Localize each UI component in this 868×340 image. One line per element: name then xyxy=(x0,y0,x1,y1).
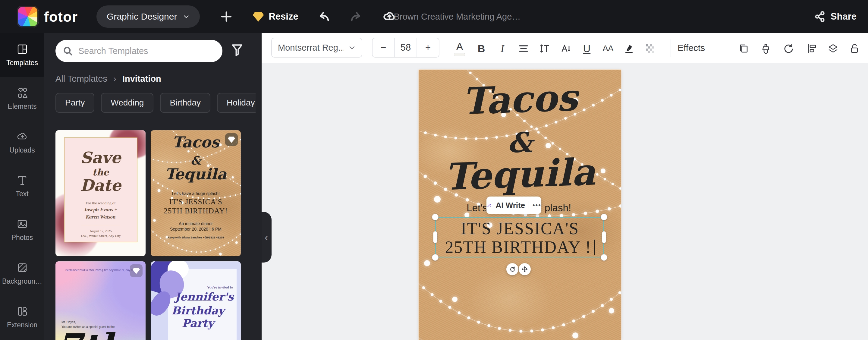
templates-icon xyxy=(16,43,28,55)
resize-handle-e[interactable] xyxy=(602,231,606,243)
transparency-button[interactable] xyxy=(642,40,658,57)
resize-handle-ne[interactable] xyxy=(601,214,607,220)
poster-title-tacos[interactable]: Tacos xyxy=(418,73,621,126)
highlight-button[interactable] xyxy=(621,40,638,57)
background-icon xyxy=(16,261,28,274)
layers-icon xyxy=(827,42,839,55)
rotate-handle-button[interactable] xyxy=(506,263,518,275)
position-button[interactable] xyxy=(804,40,820,57)
duplicate-button[interactable] xyxy=(735,40,752,57)
ai-write-label[interactable]: AI Write xyxy=(495,201,525,210)
search-input[interactable] xyxy=(79,46,215,56)
document-title[interactable]: Brown Creative Marketing Age… xyxy=(394,12,521,22)
font-size-increase[interactable]: + xyxy=(417,38,439,57)
sidebar-item-text[interactable]: Text xyxy=(0,164,44,208)
ai-write-toolbar[interactable]: AI Write ••• xyxy=(487,196,541,214)
design-canvas-poster[interactable]: Tacos & Tequila Let's plash! AI Write ••… xyxy=(418,70,621,340)
thumb-text: You're invited to xyxy=(207,285,233,290)
resize-handle-se[interactable] xyxy=(601,254,607,261)
thumb-text: Birthday Party xyxy=(158,304,238,330)
category-chips: Party Wedding Birthday Holiday › xyxy=(56,93,255,113)
rotate-icon xyxy=(509,266,516,273)
more-options-button[interactable]: ••• xyxy=(532,202,541,209)
thumb-text: Tequila xyxy=(151,165,241,183)
sidebar-item-extension[interactable]: Extension xyxy=(0,296,44,339)
chip-party[interactable]: Party xyxy=(56,93,94,113)
poster-title-tequila[interactable]: Tequila xyxy=(418,147,621,202)
poster-tagline-right[interactable]: plash! xyxy=(545,202,571,214)
sidebar-item-templates[interactable]: Templates xyxy=(0,33,44,77)
breadcrumb-chevron-icon: › xyxy=(113,73,116,84)
underline-button[interactable]: U xyxy=(578,40,595,57)
font-color-swatch xyxy=(454,53,465,56)
text-align-button[interactable] xyxy=(515,40,532,57)
toolbar-divider xyxy=(671,39,671,57)
chip-birthday[interactable]: Birthday xyxy=(160,93,210,113)
sidebar-item-background[interactable]: Backgroun… xyxy=(0,252,44,296)
tool-switcher-label: Graphic Designer xyxy=(107,11,177,22)
top-bar: fotor Graphic Designer Resize Brown Crea… xyxy=(0,0,868,33)
poster-headline-line2[interactable]: 25TH BIRTHDAY ! xyxy=(418,238,621,257)
font-color-button[interactable]: A xyxy=(451,40,468,57)
template-thumb-save-the-date[interactable]: Save the Date For the wedding of Joseph … xyxy=(56,130,146,256)
breadcrumb-all-templates[interactable]: All Templates xyxy=(56,74,107,84)
left-sidebar: Templates Elements Uploads Text Photos B… xyxy=(0,33,44,340)
font-family-select[interactable]: Montserrat Reg... xyxy=(271,38,362,58)
effects-button[interactable]: Effects xyxy=(678,33,705,63)
canvas-area[interactable]: Tacos & Tequila Let's plash! AI Write ••… xyxy=(261,63,868,340)
poster-tagline-left[interactable]: Let's xyxy=(457,202,487,214)
breadcrumb-invitation: Invitation xyxy=(122,74,161,84)
resize-button[interactable]: Resize xyxy=(252,10,298,23)
upload-cloud-icon xyxy=(16,130,28,143)
redo-button[interactable] xyxy=(348,10,362,23)
bold-button[interactable]: B xyxy=(473,40,490,57)
template-thumb-tacos-tequila[interactable]: Tacos & Tequila Let's have a huge splash… xyxy=(151,130,241,256)
gem-icon xyxy=(132,267,140,275)
chevron-down-icon xyxy=(183,13,190,20)
resize-handle-w[interactable] xyxy=(433,231,437,243)
text-case-button[interactable]: AA xyxy=(599,40,616,57)
text-toolbar: Montserrat Reg... − 58 + A B I U AA xyxy=(261,33,868,63)
move-handle-button[interactable] xyxy=(519,263,531,275)
chip-holiday[interactable]: Holiday xyxy=(217,93,255,113)
thumb-text: For the wedding of xyxy=(64,201,137,206)
thumb-text: Rsvp with Diana Sanchez +(90) 823 48234 xyxy=(151,236,241,239)
rotate-button[interactable] xyxy=(780,40,797,57)
tool-switcher[interactable]: Graphic Designer xyxy=(96,5,200,28)
sidebar-item-uploads[interactable]: Uploads xyxy=(0,121,44,164)
template-thumb-gradient-birthday[interactable]: September 23rd to 25th, 2025 | 123 Anywh… xyxy=(56,261,146,340)
letter-spacing-icon xyxy=(560,42,572,55)
filter-button[interactable] xyxy=(231,43,244,59)
resize-handle-nw[interactable] xyxy=(432,214,438,220)
share-button[interactable]: Share xyxy=(814,11,857,22)
sidebar-item-photos[interactable]: Photos xyxy=(0,208,44,252)
search-box[interactable] xyxy=(56,40,222,62)
app-window: fotor Graphic Designer Resize Brown Crea… xyxy=(0,0,868,340)
undo-button[interactable] xyxy=(318,10,332,23)
font-size-value[interactable]: 58 xyxy=(394,38,417,57)
template-thumb-jennifers-party[interactable]: You're invited to Jennifer's Birthday Pa… xyxy=(151,261,241,340)
font-size-decrease[interactable]: − xyxy=(373,38,394,57)
elements-icon xyxy=(16,87,28,99)
poster-headline-line1[interactable]: IT'S JESSICA'S xyxy=(418,219,621,238)
letter-spacing-button[interactable] xyxy=(557,40,574,57)
resize-handle-sw[interactable] xyxy=(432,254,438,261)
resize-label: Resize xyxy=(269,11,298,22)
chip-wedding[interactable]: Wedding xyxy=(101,93,153,113)
line-spacing-icon xyxy=(538,42,551,55)
lock-button[interactable] xyxy=(846,40,863,57)
sidebar-item-elements[interactable]: Elements xyxy=(0,77,44,121)
text-icon xyxy=(16,174,28,186)
move-icon xyxy=(521,266,528,273)
layer-button[interactable] xyxy=(825,40,841,57)
thumb-text: Mr. Hayes, xyxy=(61,320,76,324)
fotor-logo-icon[interactable] xyxy=(17,6,38,27)
line-spacing-button[interactable] xyxy=(536,40,553,57)
fotor-logo-text[interactable]: fotor xyxy=(44,8,78,25)
format-painter-button[interactable] xyxy=(757,40,774,57)
thumb-text: Jennifer's xyxy=(175,290,234,303)
italic-button[interactable]: I xyxy=(494,40,511,57)
new-design-button[interactable] xyxy=(220,10,233,23)
extension-icon xyxy=(16,305,28,317)
checkerboard-icon xyxy=(644,42,656,55)
